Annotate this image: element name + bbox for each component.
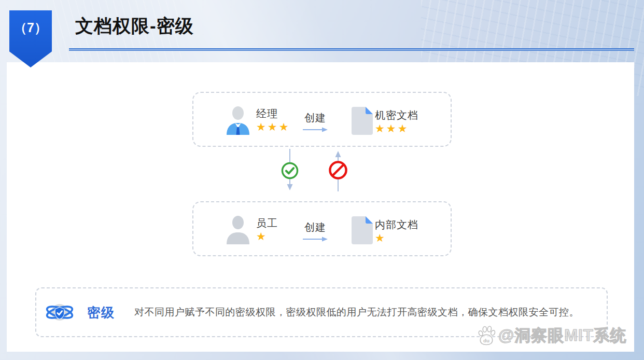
role-label: 员工 xyxy=(256,217,278,229)
security-globe-shield-icon xyxy=(44,298,75,327)
manager-icon xyxy=(225,106,251,135)
employee-flow-box: 员工 ★ 创建 内部文档 ★ xyxy=(192,201,452,256)
watermark: du @洞察眼MIT系统 xyxy=(477,325,627,347)
role-label: 经理 xyxy=(256,107,290,120)
doc-stars: ★ xyxy=(375,232,418,244)
internal-doc-label-group: 内部文档 ★ xyxy=(375,218,418,244)
employee-icon xyxy=(225,215,251,244)
watermark-text: @洞察眼MIT系统 xyxy=(498,325,627,347)
create-label: 创建 xyxy=(303,112,328,124)
employee-label-group: 员工 ★ xyxy=(256,217,278,243)
check-circle-icon xyxy=(281,162,299,179)
manager-flow-box: 经理 ★★★ 创建 机密文档 ★★★ xyxy=(192,92,452,147)
baidu-paw-icon: du xyxy=(477,326,496,345)
manager-label-group: 经理 ★★★ xyxy=(256,107,290,133)
doc-label: 机密文档 xyxy=(375,109,418,121)
slide-number: （7） xyxy=(14,20,47,35)
create-action-group: 创建 xyxy=(303,221,328,242)
create-action-group: 创建 xyxy=(303,112,328,133)
svg-text:du: du xyxy=(483,338,489,343)
create-label: 创建 xyxy=(303,221,328,233)
summary-label: 密级 xyxy=(87,304,115,321)
page-title: 文档权限-密级 xyxy=(75,14,194,38)
internal-document-icon xyxy=(352,216,373,244)
slide: （7） 文档权限-密级 经理 ★★★ 创建 机密文档 ★★★ xyxy=(0,0,644,360)
confidential-doc-label-group: 机密文档 ★★★ xyxy=(375,109,418,135)
doc-label: 内部文档 xyxy=(375,218,418,231)
doc-stars: ★★★ xyxy=(375,122,418,135)
no-entry-icon xyxy=(328,160,348,180)
title-divider xyxy=(69,48,634,51)
confidential-document-icon xyxy=(352,107,373,135)
create-arrow-icon xyxy=(303,127,328,133)
role-stars: ★★★ xyxy=(256,121,290,133)
create-arrow-icon xyxy=(303,236,328,242)
summary-text: 对不同用户赋予不同的密级权限，密级权限低的用户无法打开高密级文档，确保文档权限安… xyxy=(134,306,579,319)
role-stars: ★ xyxy=(256,230,278,243)
